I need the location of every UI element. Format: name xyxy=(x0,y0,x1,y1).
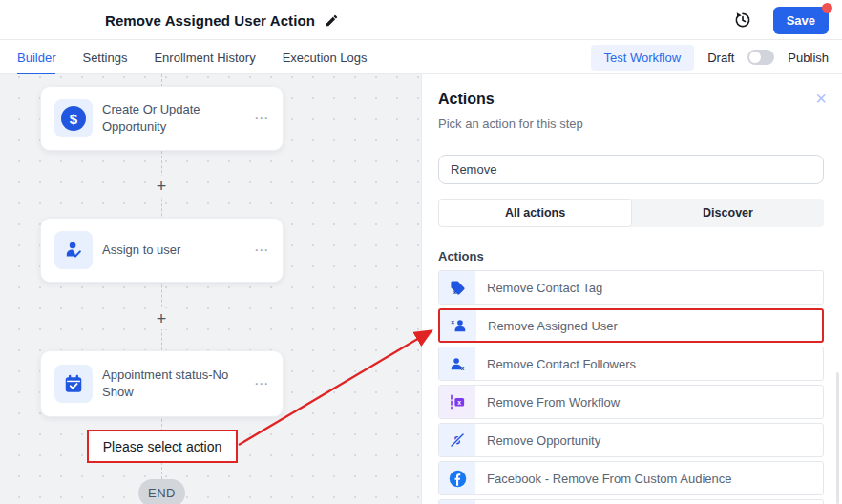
remove-workflow-icon: x xyxy=(439,386,475,418)
assign-user-icon xyxy=(54,231,93,269)
draft-label: Draft xyxy=(707,51,734,65)
step-appointment-status-no-show[interactable]: Appointment status-No Show ⋯ xyxy=(40,350,284,417)
action-item-remove-from-workflow[interactable]: x Remove From Workflow xyxy=(438,385,824,419)
facebook-icon xyxy=(439,462,475,494)
tab-builder[interactable]: Builder xyxy=(17,40,55,74)
publish-label: Publish xyxy=(788,51,829,65)
step-title: Appointment status-No Show xyxy=(102,367,252,400)
remove-tag-icon: x xyxy=(439,271,475,304)
test-workflow-button[interactable]: Test Workflow xyxy=(591,45,695,71)
svg-text:×: × xyxy=(451,319,454,326)
history-icon[interactable] xyxy=(733,10,752,30)
save-button-label: Save xyxy=(787,13,815,28)
actions-panel: Actions × Pick an action for this step A… xyxy=(421,74,842,504)
top-header: Remove Assigned User Action Save xyxy=(0,0,842,40)
opportunity-dollar-icon: $ xyxy=(54,99,93,137)
save-button[interactable]: Save xyxy=(773,7,829,34)
action-item-partial[interactable] xyxy=(438,499,824,504)
unsaved-changes-dot xyxy=(822,3,832,13)
publish-toggle[interactable] xyxy=(747,50,774,65)
panel-subtitle: Pick an action for this step xyxy=(438,116,583,131)
toggle-knob xyxy=(749,52,761,63)
remove-assigned-user-icon: × xyxy=(440,310,476,341)
add-step-button[interactable]: + xyxy=(154,176,170,197)
tab-enrollment-history[interactable]: Enrollment History xyxy=(154,40,255,74)
action-item-label: Remove Contact Followers xyxy=(487,357,636,371)
action-item-facebook-remove-custom-audience[interactable]: Facebook - Remove From Custom Audience xyxy=(438,461,824,495)
svg-text:x: x xyxy=(457,399,461,406)
please-select-action-annotation: Please select action xyxy=(87,430,238,463)
close-icon[interactable]: × xyxy=(815,89,827,108)
partial-item-icon xyxy=(439,500,475,504)
panel-title: Actions xyxy=(438,91,495,108)
action-item-label: Remove From Workflow xyxy=(487,395,620,410)
svg-text:$: $ xyxy=(70,111,78,127)
segment-discover[interactable]: Discover xyxy=(632,199,824,227)
edit-title-icon[interactable] xyxy=(325,13,339,28)
workflow-builder-screen: Remove Assigned User Action Save Builder… xyxy=(0,0,842,504)
step-title: Create Or Update Opportunity xyxy=(102,101,252,135)
action-item-label: Remove Contact Tag xyxy=(487,281,602,295)
action-item-label: Remove Opportunity xyxy=(487,433,600,448)
panel-scrollbar[interactable] xyxy=(836,372,839,504)
action-list: x Remove Contact Tag × Remove Assigned U… xyxy=(438,270,824,504)
action-item-remove-contact-followers[interactable]: x Remove Contact Followers xyxy=(438,346,824,381)
actions-segmented-control: All actions Discover xyxy=(438,199,824,227)
workflow-title: Remove Assigned User Action xyxy=(105,12,315,29)
actions-section-label: Actions xyxy=(438,249,484,263)
step-more-menu-icon[interactable]: ⋯ xyxy=(252,375,271,392)
step-more-menu-icon[interactable]: ⋯ xyxy=(252,110,271,127)
step-title: Assign to user xyxy=(102,242,252,259)
workflow-tabbar: Builder Settings Enrollment History Exec… xyxy=(0,40,842,74)
svg-text:x: x xyxy=(460,364,464,370)
action-item-label: Facebook - Remove From Custom Audience xyxy=(487,472,732,486)
action-item-remove-opportunity[interactable]: $ Remove Opportunity xyxy=(438,423,824,457)
end-node: END xyxy=(138,479,185,504)
workflow-canvas[interactable]: $ Create Or Update Opportunity ⋯ + Assig… xyxy=(0,74,421,504)
action-item-remove-contact-tag[interactable]: x Remove Contact Tag xyxy=(438,270,824,304)
action-search-input[interactable] xyxy=(438,155,824,184)
remove-opportunity-icon: $ xyxy=(439,424,475,456)
tab-settings[interactable]: Settings xyxy=(82,40,127,74)
add-step-button[interactable]: + xyxy=(154,308,170,329)
remove-followers-icon: x xyxy=(439,347,475,380)
action-item-remove-assigned-user[interactable]: × Remove Assigned User xyxy=(438,308,824,343)
calendar-check-icon xyxy=(54,365,93,403)
segment-all-actions[interactable]: All actions xyxy=(438,199,632,227)
step-more-menu-icon[interactable]: ⋯ xyxy=(252,242,271,259)
step-create-or-update-opportunity[interactable]: $ Create Or Update Opportunity ⋯ xyxy=(40,86,284,151)
tab-execution-logs[interactable]: Execution Logs xyxy=(283,40,368,74)
action-item-label: Remove Assigned User xyxy=(488,319,618,333)
step-assign-to-user[interactable]: Assign to user ⋯ xyxy=(40,218,284,283)
